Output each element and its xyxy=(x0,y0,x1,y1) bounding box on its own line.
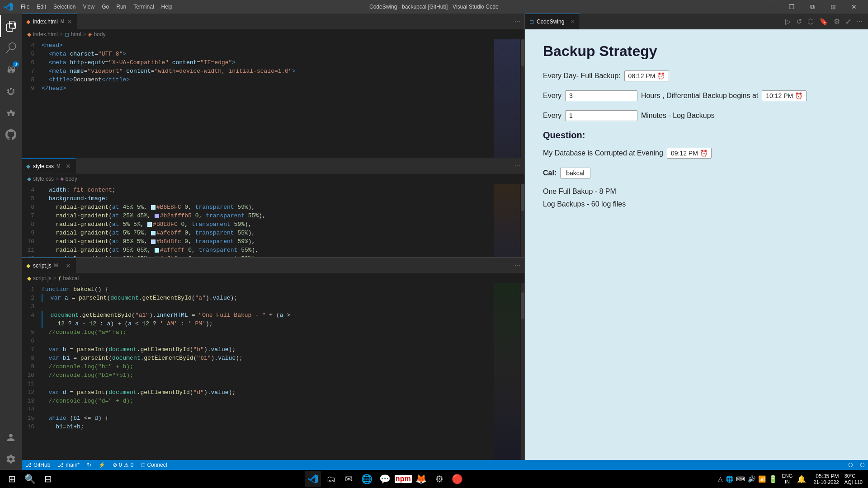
taskbar-mail[interactable]: ✉ xyxy=(341,471,357,487)
status-github[interactable]: ⎇ GitHub xyxy=(22,460,54,470)
tray-network[interactable]: 🌐 xyxy=(726,475,733,483)
tab-html-close[interactable]: ✕ xyxy=(67,18,72,25)
tab-more-js[interactable]: ··· xyxy=(511,258,524,273)
share-button[interactable]: ⤢ xyxy=(844,16,853,27)
cal-button[interactable] xyxy=(560,168,590,178)
js-scrollbar[interactable] xyxy=(521,283,524,460)
every-label-3: Every xyxy=(543,112,561,120)
taskbar-browser[interactable]: 🌐 xyxy=(359,471,375,487)
css-editor-content: 4 width: fit-content; 5 background-image… xyxy=(22,184,524,257)
status-connect[interactable]: ⬡ Connect xyxy=(137,460,171,470)
activity-extensions[interactable] xyxy=(0,102,22,124)
activity-accounts[interactable] xyxy=(0,427,22,448)
tab-style-css[interactable]: ◆ style.css M ✕ xyxy=(22,158,76,174)
status-errors[interactable]: ⊘ 0 ⚠ 0 xyxy=(109,460,137,470)
taskbar-file-explorer[interactable]: 🗂 xyxy=(323,471,339,487)
code-line: 4 <head> xyxy=(22,41,494,50)
menu-go[interactable]: Go xyxy=(98,3,113,11)
menu-view[interactable]: View xyxy=(79,3,98,11)
minutes-input[interactable] xyxy=(565,110,637,121)
breadcrumb-css-icon: ◆ xyxy=(27,176,31,182)
tray-chevron[interactable]: △ xyxy=(718,475,723,483)
tray-battery[interactable]: 🔋 xyxy=(769,475,778,483)
run-button[interactable]: ▷ xyxy=(783,16,793,27)
menu-run[interactable]: Run xyxy=(113,3,130,11)
tab-script-js[interactable]: ◆ script.js M ✕ xyxy=(22,258,76,273)
menu-terminal[interactable]: Terminal xyxy=(130,3,157,11)
activity-debug[interactable] xyxy=(0,80,22,102)
tab-more-html[interactable]: ··· xyxy=(511,14,524,29)
maximize-button[interactable]: ❐ xyxy=(781,0,802,14)
tab-more-css[interactable]: ··· xyxy=(511,158,524,174)
language-indicator[interactable]: ENG IN xyxy=(780,473,795,485)
html-scrollbar[interactable] xyxy=(521,39,524,158)
more-button[interactable]: ··· xyxy=(855,17,864,27)
taskview-button[interactable]: ⊟ xyxy=(40,471,56,487)
breadcrumb-css-file[interactable]: style.css xyxy=(33,176,54,182)
menu-help[interactable]: Help xyxy=(158,3,176,11)
status-remote[interactable]: ⬡ xyxy=(856,460,868,470)
preview-tab-codeswing[interactable]: ◻ CodeSwing ✕ xyxy=(525,14,580,29)
menu-selection[interactable]: Selection xyxy=(50,3,79,11)
tab-js-close[interactable]: ✕ xyxy=(66,262,71,269)
taskbar-right: △ 🌐 ⌨ 🔊 📶 🔋 ENG IN 🔔 05:35 PM 21-10-2022 xyxy=(714,473,864,486)
split-button[interactable]: ⬡ xyxy=(806,16,816,27)
breadcrumb-html-file[interactable]: index.html xyxy=(33,31,58,38)
breadcrumb-body[interactable]: body xyxy=(94,31,105,38)
restore-button[interactable]: ⧉ xyxy=(802,0,823,14)
breadcrumb-js-fn[interactable]: bakcal xyxy=(63,275,79,282)
menu-file[interactable]: File xyxy=(17,3,33,11)
full-backup-time[interactable]: 08:12 PM ⏰ xyxy=(624,70,669,81)
menu-edit[interactable]: Edit xyxy=(33,3,50,11)
search-taskbar-button[interactable]: 🔍 xyxy=(22,471,38,487)
start-button[interactable]: ⊞ xyxy=(4,471,20,487)
taskbar-settings-app[interactable]: ⚙ xyxy=(431,471,448,487)
status-branch[interactable]: ⎇ main* xyxy=(54,460,83,470)
activity-github[interactable] xyxy=(0,124,22,145)
branch-icon: ⎇ xyxy=(57,462,64,468)
hours-input[interactable] xyxy=(565,90,637,101)
taskbar-power[interactable]: 🔴 xyxy=(449,471,466,487)
tray-keyboard[interactable]: ⌨ xyxy=(736,475,745,483)
breadcrumb-css-body[interactable]: body xyxy=(66,176,77,182)
activity-search[interactable] xyxy=(0,37,22,59)
reload-button[interactable]: ↺ xyxy=(794,16,804,27)
warning-count: 0 xyxy=(131,462,134,468)
tab-index-html[interactable]: ◆ index.html M ✕ xyxy=(22,14,77,29)
layout-button[interactable]: ⊞ xyxy=(823,0,844,14)
weather-display[interactable]: 30°C AQI 110 xyxy=(843,473,864,486)
tray-wifi[interactable]: 📶 xyxy=(758,475,766,483)
breadcrumb-js-file[interactable]: script.js xyxy=(33,275,52,282)
diff-backup-time[interactable]: 10:12 PM ⏰ xyxy=(762,90,807,101)
taskbar-time-display[interactable]: 05:35 PM 21-10-2022 xyxy=(813,473,839,485)
breadcrumb-html[interactable]: html xyxy=(71,31,81,38)
taskbar-npm[interactable]: npm xyxy=(395,471,411,487)
taskbar-firefox[interactable]: 🦊 xyxy=(413,471,429,487)
preview-tab-close[interactable]: ✕ xyxy=(571,19,575,25)
code-line: 6 xyxy=(22,337,494,345)
activity-settings[interactable] xyxy=(0,448,22,470)
activity-explorer[interactable] xyxy=(0,15,22,37)
file-explorer-icon: 🗂 xyxy=(326,474,335,484)
status-bar-left: ⎇ GitHub ⎇ main* ↻ ⚡ ⊘ 0 xyxy=(22,460,171,470)
status-lightning[interactable]: ⚡ xyxy=(95,460,109,470)
menu-bar: File Edit Selection View Go Run Terminal… xyxy=(17,3,176,11)
minimize-button[interactable]: ─ xyxy=(760,0,781,14)
question-time[interactable]: 09:12 PM ⏰ xyxy=(667,148,712,159)
css-scrollbar[interactable] xyxy=(521,184,524,257)
status-port[interactable]: ⬡ xyxy=(844,460,856,470)
html-code-scroll[interactable]: 4 <head> 5 <meta charset="UTF-8"> 6 xyxy=(22,39,494,158)
notification-icon[interactable]: 🔔 xyxy=(797,475,806,483)
taskbar-whatsapp[interactable]: 💬 xyxy=(377,471,393,487)
activity-source-control[interactable]: 3 xyxy=(0,59,22,80)
tray-volume[interactable]: 🔊 xyxy=(748,475,755,483)
close-button[interactable]: ✕ xyxy=(844,0,864,14)
taskbar-vscode[interactable] xyxy=(305,471,321,487)
js-code-scroll[interactable]: 1 function bakcal() { 2 var a = parseInt… xyxy=(22,283,494,460)
settings-preview-button[interactable]: ⚙ xyxy=(832,16,842,27)
css-code-scroll[interactable]: 4 width: fit-content; 5 background-image… xyxy=(22,184,494,257)
status-sync[interactable]: ↻ xyxy=(83,460,95,470)
npm-icon: npm xyxy=(395,475,412,483)
bookmark-button[interactable]: 🔖 xyxy=(817,16,830,27)
tab-css-close[interactable]: ✕ xyxy=(66,163,71,170)
